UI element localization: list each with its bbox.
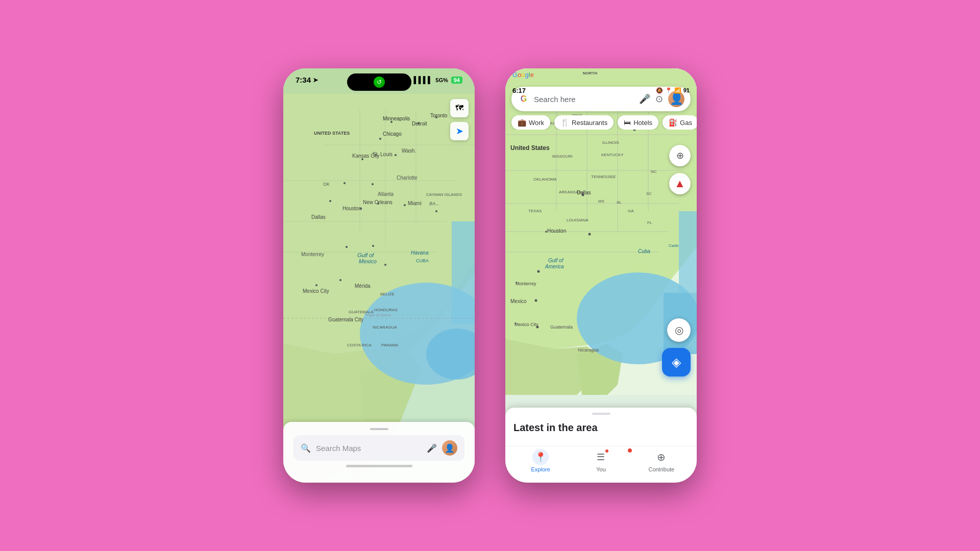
navigate-button[interactable]: ◈ bbox=[662, 348, 691, 377]
apple-maps-phone: ↺ 7:34 ➤ ▌▌▌▌ 5G% 94 bbox=[283, 68, 475, 483]
my-location-icon: ◎ bbox=[675, 324, 683, 336]
svg-text:BELIZE: BELIZE bbox=[380, 292, 395, 296]
svg-rect-71 bbox=[679, 211, 697, 293]
chip-restaurants-label: Restaurants bbox=[572, 119, 607, 127]
apple-time: 7:34 ➤ bbox=[296, 76, 318, 84]
svg-point-23 bbox=[372, 183, 374, 185]
svg-text:SC: SC bbox=[646, 191, 652, 196]
svg-text:New Orleans: New Orleans bbox=[363, 199, 393, 205]
tab-contribute[interactable]: ⊕ Contribute bbox=[631, 449, 692, 472]
location-status-icon: 📍 bbox=[665, 87, 672, 94]
contribute-icon: ⊕ bbox=[653, 449, 670, 465]
apple-drag-handle bbox=[370, 428, 388, 430]
chip-hotels[interactable]: 🛏 Hotels bbox=[618, 115, 658, 130]
svg-text:Gulf of: Gulf of bbox=[548, 258, 564, 263]
svg-text:BA...: BA... bbox=[429, 201, 439, 206]
google-chip-row: 💼 Work 🍴 Restaurants 🛏 Hotels ⛽ Gas bbox=[505, 115, 697, 130]
wifi-icon: 📶 bbox=[674, 87, 681, 94]
svg-text:Mexico: Mexico bbox=[510, 298, 527, 304]
search-icon: 🔍 bbox=[301, 443, 311, 453]
svg-text:St. Louis: St. Louis bbox=[373, 152, 393, 157]
svg-text:NORTH: NORTH bbox=[583, 71, 598, 76]
svg-text:CAYMAN ISLANDS: CAYMAN ISLANDS bbox=[426, 192, 462, 197]
apple-map-svg: Tropic of Cancer bbox=[283, 68, 475, 483]
my-location-button[interactable]: ◎ bbox=[667, 318, 691, 342]
svg-point-99 bbox=[582, 192, 584, 194]
chip-restaurants[interactable]: 🍴 Restaurants bbox=[554, 115, 614, 130]
svg-text:Miami: Miami bbox=[408, 201, 422, 206]
compass-button[interactable]: ▲ bbox=[669, 173, 691, 194]
tab-you[interactable]: ☰ You bbox=[571, 449, 631, 472]
contribute-tab-label: Contribute bbox=[648, 466, 674, 472]
svg-rect-6 bbox=[452, 221, 475, 323]
svg-text:Dallas: Dallas bbox=[311, 214, 326, 220]
tab-explore[interactable]: 📍 Explore bbox=[510, 449, 571, 472]
chip-gas[interactable]: ⛽ Gas bbox=[663, 115, 697, 130]
layers-icon: 🗺 bbox=[455, 104, 463, 113]
layers-icon: ⊕ bbox=[676, 150, 684, 161]
svg-text:MS: MS bbox=[598, 199, 604, 204]
google-bottom-panel: Latest in the area bbox=[505, 408, 697, 446]
svg-text:LOUISIANA: LOUISIANA bbox=[567, 218, 589, 222]
apple-search-input[interactable]: Search Maps bbox=[316, 444, 422, 453]
chip-work[interactable]: 💼 Work bbox=[511, 115, 550, 130]
svg-text:KENTUCKY: KENTUCKY bbox=[601, 153, 624, 157]
navigate-icon: ◈ bbox=[672, 355, 681, 369]
svg-text:NICARAGUA: NICARAGUA bbox=[373, 325, 397, 330]
svg-text:OK: OK bbox=[323, 182, 330, 187]
google-time: 6:17 bbox=[512, 87, 526, 94]
svg-text:Havana: Havana bbox=[411, 250, 429, 256]
svg-text:COSTA RICA: COSTA RICA bbox=[347, 343, 372, 347]
svg-text:GUATEMALA: GUATEMALA bbox=[349, 310, 374, 314]
location-button[interactable]: ➤ bbox=[450, 122, 469, 140]
svg-text:Charlotte: Charlotte bbox=[397, 175, 418, 181]
latest-in-area-title: Latest in the area bbox=[505, 422, 697, 441]
svg-point-112 bbox=[516, 282, 518, 284]
svg-text:GA: GA bbox=[628, 209, 634, 213]
svg-text:Cuba: Cuba bbox=[638, 248, 650, 254]
svg-text:Monterrey: Monterrey bbox=[516, 281, 536, 286]
svg-text:Mexico City: Mexico City bbox=[514, 322, 538, 327]
layers-button[interactable]: ⊕ bbox=[669, 145, 691, 166]
svg-text:Monterrey: Monterrey bbox=[301, 252, 324, 257]
google-ui-overlay: 6:17 🔕 📍 📶 91 G Search here 🎤 ⊙ bbox=[505, 83, 697, 130]
svg-point-33 bbox=[384, 264, 386, 266]
svg-text:Atlanta: Atlanta bbox=[378, 191, 394, 197]
network-icon: 5G% bbox=[435, 77, 448, 83]
svg-text:Guatemala City: Guatemala City bbox=[328, 317, 363, 322]
google-drag-handle bbox=[592, 413, 610, 415]
svg-text:Guatemala: Guatemala bbox=[550, 324, 573, 330]
svg-text:Minneapolis: Minneapolis bbox=[383, 116, 410, 121]
svg-point-24 bbox=[329, 200, 331, 202]
svg-text:Nicaragua: Nicaragua bbox=[578, 347, 599, 353]
apple-map-view[interactable]: Tropic of Cancer bbox=[283, 68, 475, 483]
chip-work-label: Work bbox=[529, 119, 544, 127]
svg-text:MISSOURI: MISSOURI bbox=[552, 154, 573, 159]
svg-point-21 bbox=[395, 154, 397, 156]
battery-icon: 94 bbox=[451, 77, 462, 84]
svg-point-117 bbox=[514, 322, 517, 324]
svg-text:FL: FL bbox=[647, 220, 652, 225]
apple-avatar[interactable]: 👤 bbox=[442, 440, 457, 456]
gas-icon: ⛽ bbox=[669, 118, 677, 127]
dnd-icon: 🔕 bbox=[656, 87, 663, 94]
mic-icon[interactable]: 🎤 bbox=[427, 443, 437, 453]
apple-search-bar[interactable]: 🔍 Search Maps 🎤 👤 bbox=[293, 435, 464, 461]
layers-button[interactable]: 🗺 bbox=[450, 99, 469, 117]
svg-point-28 bbox=[435, 210, 437, 212]
hotel-icon: 🛏 bbox=[624, 118, 631, 127]
svg-point-85 bbox=[535, 299, 537, 302]
apple-bottom-bar: 🔍 Search Maps 🎤 👤 bbox=[283, 422, 475, 483]
google-brand: Google bbox=[512, 71, 534, 79]
svg-text:Chicago: Chicago bbox=[383, 131, 402, 137]
svg-point-31 bbox=[315, 284, 317, 286]
you-tab-label: You bbox=[596, 466, 606, 472]
svg-text:United States: United States bbox=[510, 144, 550, 152]
explore-icon: 📍 bbox=[532, 449, 549, 465]
svg-text:CUBA: CUBA bbox=[416, 258, 429, 263]
svg-text:Carib: Carib bbox=[669, 243, 679, 248]
google-status-icons: 🔕 📍 📶 91 bbox=[656, 87, 690, 94]
google-nav-bar: 📍 Explore ☰ You ⊕ Contribute bbox=[505, 446, 697, 483]
svg-text:Mérida: Mérida bbox=[355, 283, 371, 289]
location-icon: ➤ bbox=[456, 126, 463, 137]
